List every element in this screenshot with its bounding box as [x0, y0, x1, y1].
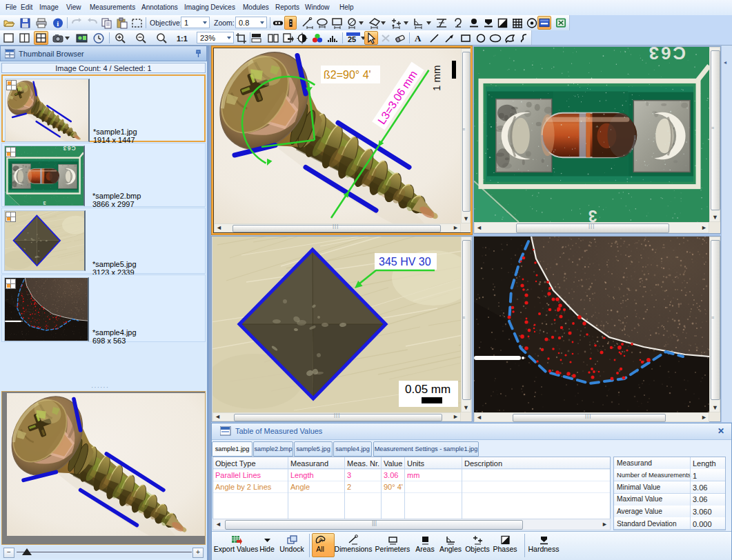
svg-text:A: A	[319, 537, 323, 543]
svg-text:i: i	[57, 19, 59, 28]
svg-text:1 mm: 1 mm	[431, 66, 442, 92]
svg-text:ß2=90° 4': ß2=90° 4'	[324, 69, 371, 81]
